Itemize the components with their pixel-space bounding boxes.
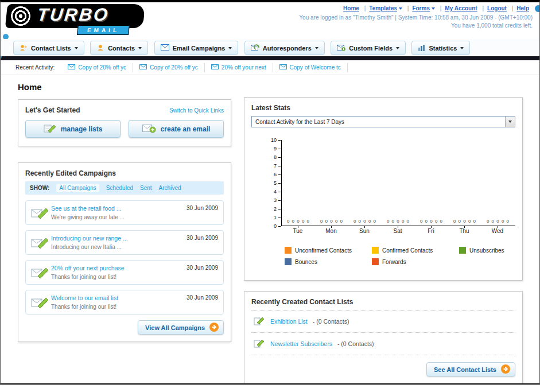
nav-tab-custom-fields[interactable]: Custom Fields <box>331 41 406 55</box>
top-link-logout[interactable]: Logout <box>487 5 507 11</box>
envelope-pencil-icon <box>31 206 48 222</box>
chevron-down-icon <box>460 47 464 49</box>
arrow-circle-icon <box>209 323 219 333</box>
top-link-templates[interactable]: Templates <box>369 5 402 11</box>
contact-lists-header: Recently Created Contact Lists <box>244 292 522 310</box>
top-link-home[interactable]: Home <box>343 5 359 11</box>
filter-sent[interactable]: Sent <box>140 185 152 191</box>
contact-list-row[interactable]: Newsletter Subscribers - (0 Contacts) <box>251 333 515 355</box>
stats-period-select[interactable]: Contact Activity for the Last 7 Days <box>251 116 515 127</box>
header: TURBO EMAIL Home Templates Forms My Acco… <box>1 2 539 39</box>
nav-tab-contact-lists[interactable]: Contact Lists <box>13 41 84 55</box>
campaign-row[interactable]: See us at the retail food ... We're givi… <box>25 200 224 225</box>
legend-row: Bounces Forwards <box>285 258 540 265</box>
top-link-home-wrap: Home <box>343 5 369 11</box>
top-link-templates-wrap: Templates <box>369 5 412 11</box>
recent-activity-item[interactable]: Copy of 20% off yc <box>61 63 133 72</box>
filter-archived[interactable]: Archived <box>159 185 181 191</box>
envelope-icon <box>139 64 147 71</box>
nav-tab-autoresponders[interactable]: Autoresponders <box>244 41 325 55</box>
campaign-subtitle: Thanks for joining our list! <box>51 274 219 280</box>
pencil-icon <box>254 338 265 350</box>
contact-activity-chart: 10 9 8 7 6 5 4 3 2 1 0 0 0 0 0 0 0 <box>258 140 516 280</box>
right-column: Latest Stats Contact Activity for the La… <box>244 97 523 384</box>
filter-all-campaigns[interactable]: All Campaigns <box>56 184 99 192</box>
campaigns-header: Recently Edited Campaigns <box>18 163 231 181</box>
manage-lists-button[interactable]: manage lists <box>25 120 121 138</box>
recent-campaigns-panel: Recently Edited Campaigns SHOW: All Camp… <box>18 162 231 342</box>
see-all-contact-lists-button[interactable]: See All Contact Lists <box>426 362 515 377</box>
latest-stats-title: Latest Stats <box>251 104 290 112</box>
contacts-icon <box>96 44 104 52</box>
envelope-pencil-icon <box>31 266 48 282</box>
envelope-icon <box>161 44 169 52</box>
envelope-icon <box>68 64 75 71</box>
bar-chart-icon <box>418 44 425 52</box>
chevron-down-icon <box>399 7 402 10</box>
top-link-forms[interactable]: Forms <box>412 5 435 11</box>
legend-swatch <box>459 247 466 254</box>
legend-item-forwards: Forwards <box>372 258 459 265</box>
legend-item-unsubscribes: Unsubscribes <box>459 247 540 254</box>
app-logo[interactable]: TURBO EMAIL <box>4 4 154 36</box>
pencil-list-icon <box>44 123 56 135</box>
left-column: Let's Get Started Switch to Quick Links … <box>18 99 231 342</box>
contact-list-row[interactable]: Exhibition List - (0 Contacts) <box>251 311 515 333</box>
top-link-my-account[interactable]: My Account <box>445 5 477 11</box>
latest-stats-panel: Latest Stats Contact Activity for the La… <box>244 97 523 281</box>
legend-swatch <box>285 258 292 265</box>
get-started-header: Let's Get Started Switch to Quick Links <box>18 100 231 118</box>
legend-row: Unconfirmed Contacts Confirmed Contacts … <box>285 247 540 254</box>
see-all-row: See All Contact Lists <box>244 355 522 383</box>
recent-activity-label: Recent Activity: <box>15 64 55 71</box>
campaigns-filter-bar: SHOW: All Campaigns Scheduled Sent Archi… <box>25 181 224 195</box>
nav-tab-statistics[interactable]: Statistics <box>411 41 470 55</box>
nav-tab-email-campaigns[interactable]: Email Campaigns <box>154 41 239 55</box>
campaign-row[interactable]: Introducing our new range ... Introducin… <box>25 230 224 255</box>
zero-values-group: 0 0 0 0 0 <box>315 219 348 224</box>
recent-activity-item[interactable]: Copy of Welcome tc <box>273 63 348 72</box>
arrow-circle-icon <box>501 364 510 375</box>
chart-x-axis: Tue Mon Sun Sat Fri Thu Wed <box>281 228 515 237</box>
pencil-icon <box>254 316 265 327</box>
credits-info: You have 1,000 total credits left. <box>299 22 533 29</box>
show-label: SHOW: <box>30 185 49 191</box>
contact-list-link[interactable]: Newsletter Subscribers <box>270 340 332 347</box>
zero-values-group: 0 0 0 0 0 <box>448 219 481 224</box>
top-link-help[interactable]: Help <box>516 5 529 11</box>
recent-activity-item[interactable]: Copy of 20% off yc <box>133 63 205 72</box>
campaign-row[interactable]: Welcome to our email list Thanks for joi… <box>25 290 224 315</box>
recent-activity-item[interactable]: 20% off your next <box>205 63 273 72</box>
view-all-row: View All Campaigns <box>18 317 231 341</box>
chevron-down-icon <box>138 47 142 49</box>
top-link-forms-wrap: Forms <box>412 5 445 11</box>
recent-activity-strip: Recent Activity: Copy of 20% off yc Copy… <box>1 60 539 75</box>
switch-quick-links-link[interactable]: Switch to Quick Links <box>169 107 224 114</box>
view-all-campaigns-button[interactable]: View All Campaigns <box>138 320 224 335</box>
chevron-down-icon <box>396 47 399 49</box>
header-info: Home Templates Forms My Account Logout H… <box>299 5 533 29</box>
campaigns-title: Recently Edited Campaigns <box>25 169 116 177</box>
envelope-icon <box>279 64 287 71</box>
zero-values-group: 0 0 0 0 0 <box>382 219 415 224</box>
top-link-my-account-wrap: My Account <box>445 5 487 11</box>
logo-subtext: EMAIL <box>77 25 130 35</box>
create-email-button[interactable]: create an email <box>129 120 224 138</box>
nav-tab-contacts[interactable]: Contacts <box>90 41 148 55</box>
top-nav-links: Home Templates Forms My Account Logout H… <box>299 5 533 11</box>
nav-divider-bar <box>1 56 539 60</box>
filter-scheduled[interactable]: Scheduled <box>106 185 133 191</box>
contact-list-items: Exhibition List - (0 Contacts) Newslette… <box>251 310 515 355</box>
legend-item-bounces: Bounces <box>285 258 372 265</box>
campaign-date: 30 Jun 2009 <box>187 265 218 271</box>
chevron-down-icon <box>315 47 318 49</box>
zero-values-group: 0 0 0 0 0 <box>481 219 515 224</box>
contact-list-link[interactable]: Exhibition List <box>270 318 308 325</box>
legend-swatch <box>372 258 379 265</box>
login-info: You are logged in as "Timothy Smith" | S… <box>299 14 533 21</box>
get-started-title: Let's Get Started <box>25 106 80 114</box>
zero-values-group: 0 0 0 0 0 <box>348 219 382 224</box>
campaign-row[interactable]: 20% off your next purchase Thanks for jo… <box>25 260 224 285</box>
chart-plot-area: 0 0 0 0 0 0 0 0 0 0 0 0 0 0 0 0 0 0 0 0 … <box>281 140 515 226</box>
campaign-subtitle: Introducing our new Italia ... <box>51 244 219 250</box>
